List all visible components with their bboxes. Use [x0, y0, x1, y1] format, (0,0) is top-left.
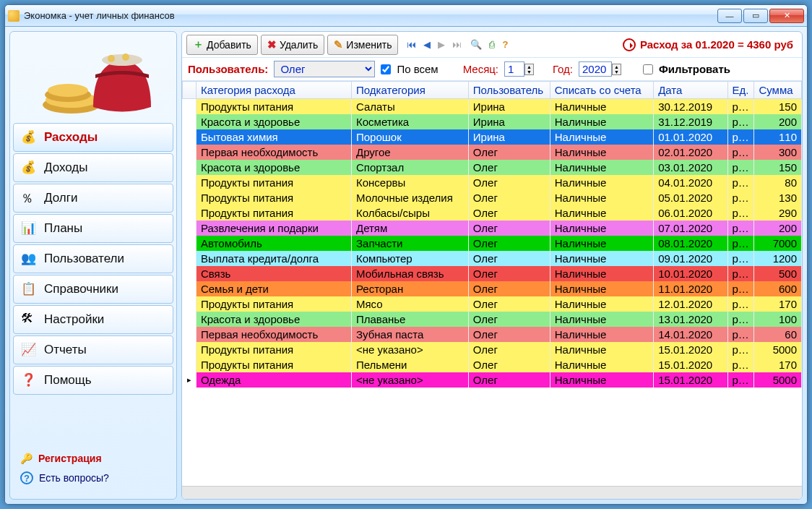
svg-point-6 [122, 54, 129, 61]
nav-label: Отчеты [44, 343, 87, 357]
nav-icon: 🛠 [21, 312, 37, 328]
delete-button[interactable]: ✖Удалить [261, 35, 324, 55]
app-icon [8, 10, 20, 22]
table-row[interactable]: Продукты питанияСалатыИринаНаличные30.12… [183, 99, 802, 115]
table-row[interactable]: Продукты питанияКонсервыОлегНаличные04.0… [183, 175, 802, 190]
user-select[interactable]: Олег [274, 61, 375, 77]
nav-label: Настройки [44, 312, 104, 327]
sidebar-item-6[interactable]: 🛠Настройки [13, 305, 173, 334]
titlebar[interactable]: Экономка - учет личных финансов ― ▭ ✕ [5, 5, 807, 27]
column-header[interactable]: Пользователь [468, 82, 550, 99]
search-icon[interactable]: 🔍 [470, 39, 482, 50]
nav-label: Справочники [44, 282, 118, 296]
sidebar: 💰Расходы💰Доходы％Долги📊Планы👥Пользователи… [9, 31, 177, 500]
nav-label: Доходы [44, 161, 88, 175]
plus-icon: ＋ [193, 38, 204, 51]
window-title: Экономка - учет личных финансов [24, 10, 717, 21]
table-row[interactable]: Первая необходимостьЗубная пастаОлегНали… [183, 327, 802, 342]
nav-prev-icon[interactable]: ◀ [423, 39, 431, 50]
grid[interactable]: Категория расходаПодкатегорияПользовател… [182, 81, 802, 486]
nav-icon: ％ [21, 190, 37, 206]
nav-last-icon[interactable]: ⏭ [452, 39, 462, 50]
nav-label: Пользователи [44, 252, 124, 266]
maximize-button[interactable]: ▭ [743, 9, 768, 23]
sidebar-item-7[interactable]: 📈Отчеты [13, 335, 173, 364]
main-panel: ＋Добавить ✖Удалить ✎Изменить ⏮ ◀ ▶ ⏭ 🔍 ⎙… [181, 31, 803, 500]
sidebar-item-8[interactable]: ❓Помощь [13, 366, 173, 395]
column-header[interactable]: Категория расхода [196, 82, 351, 99]
table-row[interactable]: Выплата кредита/долгаКомпьютерОлегНаличн… [183, 251, 802, 266]
nav-label: Долги [44, 191, 77, 205]
nav-icon: 📊 [21, 221, 37, 236]
table-row[interactable]: Первая необходимостьДругоеОлегНаличные02… [183, 145, 802, 160]
minimize-button[interactable]: ― [717, 9, 742, 23]
refresh-icon[interactable] [623, 38, 636, 51]
horizontal-scrollbar[interactable] [182, 486, 802, 499]
year-input[interactable] [579, 61, 612, 77]
table-row[interactable]: Красота и здоровьеСпортзалОлегНаличные03… [183, 160, 802, 175]
column-header[interactable]: Ед. [727, 82, 754, 99]
svg-point-4 [102, 54, 142, 66]
status-summary: Расход за 01.2020 = 4360 руб [623, 38, 793, 51]
nav-icon: 📋 [21, 281, 37, 297]
table-row[interactable]: Продукты питанияПельмениОлегНаличные15.0… [183, 357, 802, 372]
table-row[interactable]: Продукты питанияКолбасы/сырыОлегНаличные… [183, 205, 802, 221]
nav-icon: 👥 [21, 251, 37, 267]
all-users-checkbox[interactable] [381, 64, 391, 74]
edit-button[interactable]: ✎Изменить [327, 35, 398, 55]
month-label: Месяц: [463, 63, 498, 75]
column-header[interactable]: Сумма [754, 82, 802, 99]
nav-icon: ❓ [21, 372, 37, 388]
questions-link[interactable]: ? Есть вопросы? [20, 471, 166, 484]
month-spinner[interactable]: ▲▼ [524, 64, 534, 75]
nav-first-icon[interactable]: ⏮ [407, 39, 416, 50]
nav-next-icon[interactable]: ▶ [438, 39, 445, 50]
sidebar-item-3[interactable]: 📊Планы [13, 214, 173, 243]
nav-icon: 💰 [21, 129, 37, 145]
sidebar-item-5[interactable]: 📋Справочники [13, 275, 173, 304]
year-spinner[interactable]: ▲▼ [612, 64, 621, 75]
table-row[interactable]: Продукты питания<не указано>ОлегНаличные… [183, 342, 802, 357]
register-link[interactable]: 🔑 Регистрация [20, 453, 166, 464]
nav-icon: 📈 [21, 342, 37, 358]
table-row[interactable]: Бытовая химияПорошокИринаНаличные01.01.2… [183, 129, 802, 145]
help-icon: ? [20, 471, 33, 484]
help-toolbar-icon[interactable]: ? [502, 39, 508, 50]
table-row[interactable]: Развлечения и подаркиДетямОлегНаличные07… [183, 221, 802, 236]
cross-icon: ✖ [267, 38, 277, 51]
table-row[interactable]: СвязьМобильная связьОлегНаличные10.01.20… [183, 266, 802, 281]
table-row[interactable]: Красота и здоровьеПлаваньеОлегНаличные13… [183, 312, 802, 327]
export-icon[interactable]: ⎙ [489, 39, 495, 50]
table-row[interactable]: Продукты питанияМясоОлегНаличные12.01.20… [183, 296, 802, 312]
table-row[interactable]: Продукты питанияМолочные изделияОлегНали… [183, 190, 802, 205]
table-row[interactable]: Семья и детиРесторанОлегНаличные11.01.20… [183, 281, 802, 296]
nav-icon: 💰 [21, 160, 37, 176]
svg-point-5 [108, 55, 115, 62]
column-header[interactable]: Дата [654, 82, 727, 99]
key-icon: 🔑 [20, 453, 33, 464]
questions-label: Есть вопросы? [39, 472, 109, 484]
filter-bar: Пользователь: Олег По всем Месяц: ▲▼ Год… [182, 58, 802, 81]
nav-label: Расходы [44, 130, 98, 145]
sidebar-item-1[interactable]: 💰Доходы [13, 153, 173, 182]
nav-label: Помощь [44, 373, 92, 388]
column-header[interactable]: Подкатегория [351, 82, 468, 99]
svg-point-3 [48, 84, 88, 97]
month-input[interactable] [504, 61, 524, 77]
sidebar-item-4[interactable]: 👥Пользователи [13, 244, 173, 273]
nav-label: Планы [44, 221, 82, 236]
logo-image [13, 35, 173, 121]
close-button[interactable]: ✕ [769, 9, 804, 23]
table-row[interactable]: Красота и здоровьеКосметикаИринаНаличные… [183, 114, 802, 129]
sidebar-item-0[interactable]: 💰Расходы [13, 123, 173, 152]
filter-checkbox[interactable] [643, 64, 653, 74]
column-header[interactable]: Списать со счета [550, 82, 653, 99]
filter-label: Фильтровать [659, 63, 730, 75]
table-row[interactable]: АвтомобильЗапчастиОлегНаличные08.01.2020… [183, 236, 802, 251]
year-label: Год: [553, 63, 573, 75]
pencil-icon: ✎ [334, 38, 343, 51]
add-button[interactable]: ＋Добавить [186, 35, 258, 55]
table-row[interactable]: ▸Одежда<не указано>ОлегНаличные15.01.202… [183, 372, 802, 388]
sidebar-item-2[interactable]: ％Долги [13, 184, 173, 213]
register-label: Регистрация [38, 453, 102, 464]
